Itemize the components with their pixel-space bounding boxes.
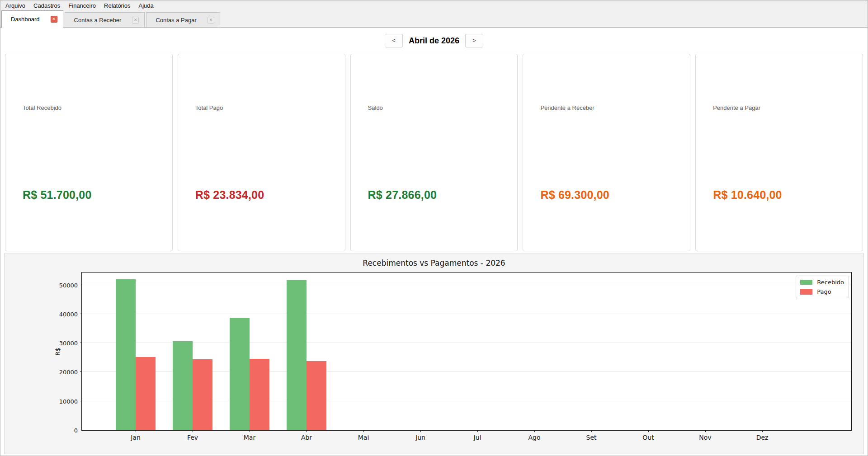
y-tick-label: 20000 [59,369,78,376]
menu-item-arquivo[interactable]: Arquivo [1,1,29,10]
gridline [82,343,851,343]
x-tick-label: Set [586,434,597,441]
bar-recebido-mar [230,318,250,430]
app-window: { "menu": { "items": ["Arquivo", "Cadast… [0,0,868,456]
y-tick-label: 40000 [59,310,78,317]
tab-close-icon[interactable]: ✕ [51,16,57,23]
menu-item-cadastros[interactable]: Cadastros [29,1,64,10]
y-tick-label: 50000 [59,282,78,288]
y-tick-mark [80,401,82,401]
x-tick-mark [420,430,421,432]
next-month-button[interactable]: > [465,34,483,47]
x-tick-label: Out [642,434,654,441]
gridline [82,285,851,285]
y-tick-mark [80,430,82,430]
tab-contas-a-pagar[interactable]: Contas a Pagar✕ [146,12,220,27]
card-value: R$ 51.700,00 [23,188,92,202]
chart-plot-area: R$ RecebidoPago 010000200003000040000500… [81,272,852,431]
x-tick-label: Nov [699,434,711,441]
y-tick-mark [80,285,82,285]
menu-item-relatorios[interactable]: Relatórios [100,1,135,10]
card-saldo: SaldoR$ 27.866,00 [350,54,518,251]
card-label: Pendente a Pagar [713,104,760,111]
x-tick-mark [762,430,763,432]
card-value: R$ 27.866,00 [368,188,437,202]
x-tick-label: Jun [415,434,425,441]
x-tick-label: Jan [131,434,141,441]
chart-title: Recebimentos vs Pagamentos - 2026 [5,259,863,268]
x-tick-label: Dez [756,434,769,441]
tab-dashboard[interactable]: Dashboard✕ [1,10,63,28]
card-value: R$ 23.834,00 [195,188,264,202]
prev-month-button[interactable]: < [385,34,403,47]
x-tick-mark [705,430,706,432]
card-label: Total Recebido [23,104,61,111]
legend-swatch-icon [800,289,812,295]
cards-row: Total RecebidoR$ 51.700,00Total PagoR$ 2… [0,54,868,251]
bar-pago-abr [307,361,326,430]
bar-pago-fev [193,359,212,430]
x-tick-label: Ago [528,434,540,441]
card-pendente-a-receber: Pendente a ReceberR$ 69.300,00 [523,54,690,251]
chart-panel: Recebimentos vs Pagamentos - 2026 R$ Rec… [4,254,864,454]
legend-item-pago: Pago [800,288,844,295]
card-value: R$ 10.640,00 [713,188,782,202]
x-tick-mark [591,430,592,432]
tab-label: Dashboard [11,16,40,23]
x-tick-mark [250,430,250,432]
card-value: R$ 69.300,00 [540,188,609,202]
menu-bar: ArquivoCadastrosFinanceiroRelatóriosAjud… [0,0,868,10]
x-tick-mark [307,430,307,432]
x-tick-mark [136,430,136,432]
y-tick-label: 0 [74,427,78,434]
y-tick-mark [80,343,82,343]
period-nav: < Abril de 2026 > [0,28,868,54]
menu-item-ajuda[interactable]: Ajuda [135,1,158,10]
tab-bar: Dashboard✕Contas a Receber✕Contas a Paga… [0,10,868,28]
period-label: Abril de 2026 [407,36,461,46]
gridline [82,314,851,314]
card-total-recebido: Total RecebidoR$ 51.700,00 [5,54,173,251]
x-tick-label: Fev [187,434,198,441]
card-total-pago: Total PagoR$ 23.834,00 [178,54,345,251]
y-tick-label: 30000 [59,340,78,347]
card-label: Pendente a Receber [540,104,594,111]
tab-label: Contas a Pagar [156,17,196,24]
card-label: Total Pago [195,104,223,111]
legend-label: Pago [817,288,831,295]
x-tick-label: Mai [358,434,369,441]
x-tick-mark [648,430,649,432]
y-axis-label: R$ [54,348,61,355]
bar-recebido-jan [116,279,136,430]
x-tick-label: Jul [474,434,481,441]
tab-close-icon[interactable]: ✕ [132,17,139,24]
x-tick-mark [534,430,535,432]
bar-pago-jan [136,357,156,430]
y-tick-mark [80,314,82,314]
tab-contas-a-receber[interactable]: Contas a Receber✕ [65,12,145,27]
tab-label: Contas a Receber [74,17,122,24]
x-tick-mark [363,430,364,432]
x-tick-mark [477,430,478,432]
card-pendente-a-pagar: Pendente a PagarR$ 10.640,00 [695,54,863,251]
tab-close-icon[interactable]: ✕ [208,17,214,24]
bar-pago-mar [250,359,269,430]
x-tick-mark [193,430,193,432]
x-tick-label: Abr [301,434,312,441]
chart-legend: RecebidoPago [796,276,849,298]
bar-recebido-fev [173,341,193,430]
bar-recebido-abr [287,280,307,430]
y-tick-mark [80,371,82,372]
x-tick-label: Mar [244,434,255,441]
y-tick-label: 10000 [59,398,78,404]
menu-item-financeiro[interactable]: Financeiro [64,1,100,10]
card-label: Saldo [368,104,383,111]
